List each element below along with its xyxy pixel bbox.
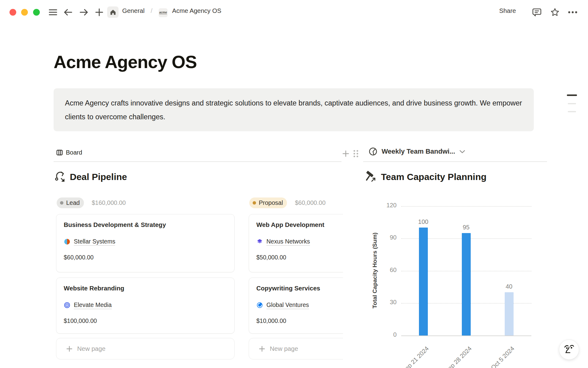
status-badge-lead: Lead [57,197,84,208]
panel-hover-controls [342,149,359,158]
back-arrow-icon[interactable] [63,7,73,17]
card-website-rebranding[interactable]: Website Rebranding Elevate Media $100,00… [56,278,235,334]
x-tick-label: Sep 28 2024 [443,345,473,368]
toc-indicator[interactable] [568,111,576,112]
group-header-proposal: Proposal $60,000.00 [249,197,326,208]
board-view-icon [56,149,63,156]
plus-icon [66,346,72,352]
status-badge-proposal: Proposal [249,197,287,208]
share-button[interactable]: Share [499,0,516,21]
toc-indicator-active[interactable] [567,94,577,96]
board-view-label: Board [66,149,82,156]
y-tick-90: 90 [364,234,397,241]
bar-group-sep28: 95 [454,224,478,335]
ellipsis-icon [568,11,578,14]
company-link[interactable]: Stellar Systems [74,238,115,246]
chart-view-selector-label: Weekly Team Bandwi... [382,148,455,155]
comments-button[interactable] [532,7,542,17]
breadcrumb-root[interactable]: General [122,0,145,21]
chart-tab-divider [363,161,547,162]
favorite-button[interactable] [550,7,560,17]
card-title: Business Development & Strategy [64,220,227,229]
home-icon [110,9,116,16]
board-tab-divider [54,161,341,162]
more-options-button[interactable] [568,7,578,17]
callout-text: Acme Agency crafts innovative designs an… [65,96,529,124]
group-total: $60,000.00 [295,199,326,206]
toc-indicator[interactable] [568,103,576,104]
breadcrumb-root-label: General [122,7,145,14]
stellar-systems-logo-icon [64,238,70,245]
ai-face-icon [564,344,575,355]
window-titlebar: General / acme Acme Agency OS Share [0,0,588,21]
traffic-light-zoom[interactable] [33,9,40,16]
bar-sep21 [419,228,428,335]
card-title: Copywriting Services [256,284,343,293]
forward-arrow-icon[interactable] [79,7,89,17]
add-block-plus-icon[interactable] [342,150,349,157]
page-title[interactable]: Acme Agency OS [54,52,197,72]
breadcrumb-page[interactable]: Acme Agency OS [172,0,221,21]
x-axis-line [401,335,531,336]
star-icon [550,8,560,17]
card-amount: $100,000.00 [64,317,227,324]
gridline-120 [401,206,531,207]
bar-value-label: 100 [418,218,428,225]
company-link[interactable]: Nexus Networks [266,238,310,246]
card-title: Website Rebranding [64,284,227,293]
x-tick-label: Oct 5 2024 [490,345,516,368]
plus-icon [259,346,265,352]
pie-chart-icon [369,147,377,156]
notion-ai-button[interactable] [559,339,579,360]
y-tick-0: 0 [364,331,397,338]
status-dot [60,201,63,205]
new-tab-plus-icon[interactable] [94,7,104,17]
bar-group-sep21: 100 [411,218,435,335]
tab-board-view[interactable]: Board [56,149,82,156]
new-page-label: New page [77,345,105,352]
nexus-networks-logo-icon [256,238,263,245]
bar-oct5 [505,292,514,335]
new-page-label: New page [270,345,298,352]
comment-icon [532,8,541,17]
callout-block: Acme Agency crafts innovative designs an… [54,88,534,131]
new-page-button-proposal[interactable]: New page [249,338,343,359]
new-page-button-lead[interactable]: New page [56,338,235,359]
hammer-icon [365,171,377,183]
elevate-media-logo-icon [64,302,70,309]
group-header-lead: Lead $160,000.00 [57,197,126,208]
card-amount: $50,000.00 [256,254,343,261]
sidebar-menu-icon[interactable] [48,7,58,17]
bar-value-label: 40 [506,283,512,290]
breadcrumb-page-icon[interactable]: acme [159,8,168,17]
team-capacity-heading[interactable]: Team Capacity Planning [365,171,487,183]
chevron-down-icon [459,150,465,153]
deal-pipeline-board: Lead $160,000.00 Business Development & … [56,196,343,368]
status-dot [253,201,256,205]
chart-view-selector[interactable]: Weekly Team Bandwi... [369,147,465,156]
card-amount: $10,000.00 [256,317,343,324]
linked-database-icon [55,171,66,183]
status-label: Proposal [259,199,283,206]
y-tick-60: 60 [364,266,397,274]
y-tick-30: 30 [364,299,397,306]
home-button[interactable] [107,6,119,18]
card-copywriting-services[interactable]: Copywriting Services Global Ventures $10… [249,278,343,334]
card-amount: $60,000.00 [64,254,227,261]
deal-pipeline-heading[interactable]: Deal Pipeline [55,171,127,183]
card-web-app-development[interactable]: Web App Development Nexus Networks $50,0… [249,214,343,272]
traffic-light-close[interactable] [9,9,16,16]
company-link[interactable]: Elevate Media [74,301,112,309]
breadcrumb-page-label: Acme Agency OS [172,7,221,14]
bar-group-oct5: 40 [497,283,521,335]
deal-pipeline-title: Deal Pipeline [70,171,127,183]
card-title: Web App Development [256,220,343,229]
x-tick-label: Sep 21 2024 [401,345,430,368]
traffic-light-minimize[interactable] [21,9,28,16]
card-business-development[interactable]: Business Development & Strategy Stellar … [56,214,235,272]
y-tick-120: 120 [364,202,397,209]
drag-handle-icon[interactable] [353,149,359,158]
company-link[interactable]: Global Ventures [266,301,309,309]
team-capacity-title: Team Capacity Planning [381,171,487,183]
breadcrumb-separator: / [151,0,153,21]
